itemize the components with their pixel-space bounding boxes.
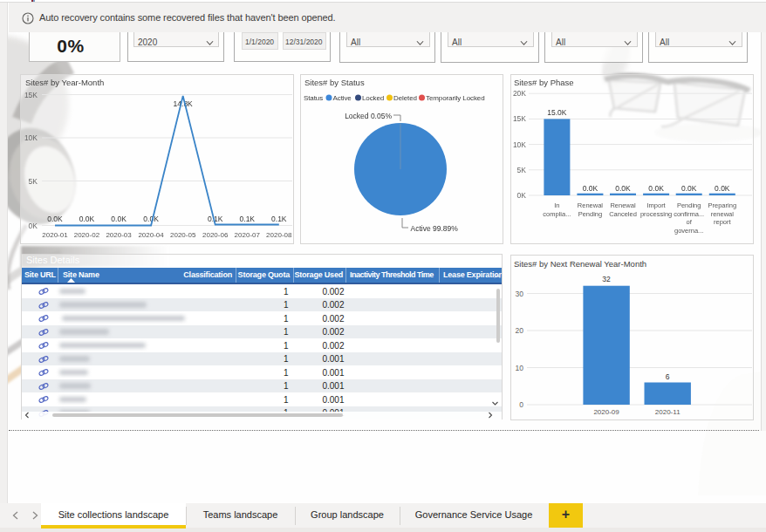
svg-text:15.0K: 15.0K <box>547 108 567 117</box>
svg-text:Renewal: Renewal <box>578 201 604 209</box>
svg-text:Status: Status <box>304 94 323 102</box>
svg-text:Sites# by Year-Month: Sites# by Year-Month <box>25 78 104 87</box>
svg-text:30: 30 <box>516 290 524 298</box>
svg-text:14.8K: 14.8K <box>174 99 194 108</box>
svg-text:20: 20 <box>516 326 524 335</box>
svg-text:governa...: governa... <box>674 227 703 235</box>
svg-text:0.0K: 0.0K <box>681 184 697 193</box>
svg-text:2020-08: 2020-08 <box>266 231 292 239</box>
svg-text:In: In <box>554 201 559 209</box>
svg-text:Pending: Pending <box>578 210 603 218</box>
svg-text:6: 6 <box>666 372 670 381</box>
svg-text:10K: 10K <box>513 140 526 149</box>
svg-text:0.0K: 0.0K <box>715 184 730 193</box>
svg-text:10: 10 <box>516 364 524 372</box>
svg-text:Preparing: Preparing <box>708 201 737 209</box>
svg-text:2020-03: 2020-03 <box>106 231 132 239</box>
svg-text:32: 32 <box>602 275 611 283</box>
svg-text:2020-06: 2020-06 <box>202 231 229 239</box>
svg-text:0K: 0K <box>29 222 38 230</box>
svg-text:0.0K: 0.0K <box>111 215 127 223</box>
svg-text:5K: 5K <box>517 166 527 174</box>
svg-text:0.0K: 0.0K <box>79 215 95 223</box>
svg-text:Renewal: Renewal <box>610 201 636 209</box>
svg-text:Active: Active <box>333 94 352 102</box>
svg-text:0: 0 <box>519 400 523 409</box>
svg-text:confirma...: confirma... <box>674 210 704 218</box>
svg-text:2020-01: 2020-01 <box>42 231 68 239</box>
svg-text:report: report <box>714 218 732 226</box>
svg-text:5K: 5K <box>29 177 38 186</box>
svg-text:0.0K: 0.0K <box>47 215 63 223</box>
svg-text:processing: processing <box>640 210 672 218</box>
svg-text:0.0K: 0.0K <box>583 184 598 193</box>
svg-text:0.1K: 0.1K <box>240 215 256 223</box>
svg-text:2020-07: 2020-07 <box>235 231 261 239</box>
svg-text:Canceled: Canceled <box>609 210 637 218</box>
svg-text:10K: 10K <box>24 133 38 142</box>
svg-text:renewal: renewal <box>711 210 735 218</box>
svg-text:2020-04: 2020-04 <box>138 231 164 239</box>
svg-text:Locked 0.05%: Locked 0.05% <box>345 112 392 120</box>
svg-text:0.0K: 0.0K <box>615 184 631 193</box>
svg-text:Pending: Pending <box>677 201 701 209</box>
svg-text:20K: 20K <box>513 89 526 98</box>
svg-text:2020-11: 2020-11 <box>655 408 681 416</box>
svg-text:Sites# by Next Renewal Year-Mo: Sites# by Next Renewal Year-Month <box>514 259 646 269</box>
svg-text:Temporarily Locked: Temporarily Locked <box>426 94 485 102</box>
svg-text:2020-02: 2020-02 <box>74 231 100 239</box>
svg-text:15K: 15K <box>513 114 526 123</box>
svg-text:of: of <box>687 218 693 226</box>
svg-text:Import: Import <box>646 201 666 209</box>
svg-text:2020-05: 2020-05 <box>170 231 196 239</box>
svg-text:15K: 15K <box>24 91 38 99</box>
svg-text:Active 99.89%: Active 99.89% <box>411 224 459 233</box>
svg-text:2020-09: 2020-09 <box>593 408 619 416</box>
svg-text:0K: 0K <box>517 191 527 200</box>
svg-text:Deleted: Deleted <box>393 94 417 102</box>
svg-text:0.0K: 0.0K <box>648 184 664 193</box>
svg-text:complia...: complia... <box>543 210 571 218</box>
svg-text:Sites# by Status: Sites# by Status <box>304 78 365 87</box>
svg-text:Sites# by Phase: Sites# by Phase <box>514 78 574 87</box>
svg-text:0.1K: 0.1K <box>271 215 287 223</box>
svg-text:Locked: Locked <box>362 94 384 102</box>
